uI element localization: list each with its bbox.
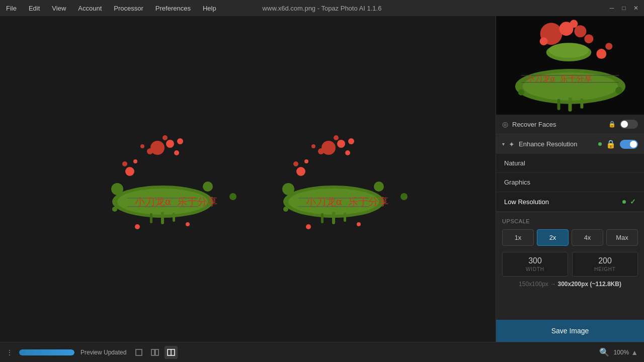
svg-point-59 — [574, 25, 586, 37]
svg-point-60 — [540, 37, 548, 45]
svg-point-32 — [400, 193, 408, 200]
maximize-button[interactable]: □ — [620, 4, 628, 12]
svg-point-31 — [374, 182, 384, 192]
svg-point-13 — [140, 144, 144, 148]
width-value: 300 — [507, 256, 564, 265]
active-dot — [598, 142, 602, 146]
svg-point-62 — [570, 20, 578, 28]
svg-point-72 — [615, 87, 622, 94]
svg-rect-68 — [569, 98, 572, 112]
menu-view[interactable]: View — [50, 3, 68, 14]
upscale-4x[interactable]: 4x — [572, 229, 603, 246]
menu-account[interactable]: Account — [76, 3, 104, 14]
zoom-out-icon[interactable]: 🔍 — [597, 346, 611, 358]
svg-rect-24 — [173, 213, 175, 222]
width-box[interactable]: 300 WIDTH — [502, 252, 568, 277]
svg-point-71 — [518, 89, 524, 96]
enhance-resolution-header[interactable]: ▾ ✦ Enhance Resolution 🔒 — [496, 134, 644, 154]
svg-point-12 — [174, 150, 179, 155]
save-image-button[interactable]: Save Image — [496, 320, 644, 342]
minimize-button[interactable]: ─ — [608, 4, 616, 12]
svg-point-11 — [147, 148, 153, 154]
mode-graphics-label: Graphics — [504, 178, 636, 186]
close-button[interactable]: ✕ — [632, 4, 640, 12]
svg-point-10 — [166, 140, 174, 148]
bottom-bar: ⋮ Preview Updated 🔍 100% ▲ — [0, 342, 644, 362]
enhance-resolution-section: ▾ ✦ Enhance Resolution 🔒 Natural Graphic… — [496, 134, 644, 212]
mode-graphics[interactable]: Graphics — [496, 173, 644, 192]
compare-view-button[interactable] — [165, 346, 178, 359]
upscale-title: UPSCALE — [502, 218, 638, 224]
svg-rect-49 — [332, 212, 335, 224]
preview-thumbnail: 小刀龙α 乐于分享 — [496, 16, 644, 115]
mode-options: Natural Graphics Low Resolution ✓ — [496, 154, 644, 212]
mode-natural[interactable]: Natural — [496, 154, 644, 173]
enhance-resolution-label: Enhance Resolution — [519, 140, 594, 148]
progress-bar — [19, 349, 74, 355]
recover-faces-label: Recover Faces — [512, 121, 604, 128]
svg-point-16 — [125, 167, 134, 176]
recover-faces-toggle[interactable] — [620, 120, 638, 129]
svg-text:小刀龙α 乐于分享: 小刀龙α 乐于分享 — [526, 74, 592, 83]
svg-point-15 — [163, 135, 168, 140]
svg-point-39 — [345, 150, 350, 155]
right-panel: 小刀龙α 乐于分享 ◎ Recover Faces 🔒 — [496, 16, 644, 342]
height-value: 200 — [577, 256, 633, 265]
svg-point-4 — [203, 182, 213, 192]
svg-point-14 — [177, 138, 183, 144]
menu-help[interactable]: Help — [201, 3, 218, 14]
height-label: HEIGHT — [577, 266, 633, 272]
svg-point-18 — [133, 159, 137, 163]
enhance-resolution-toggle[interactable] — [620, 140, 638, 149]
main-content: 小刀龙α 乐于分享 — [0, 16, 644, 342]
split-view-button[interactable] — [148, 346, 162, 359]
lock-icon: 🔒 — [608, 121, 616, 128]
options-icon[interactable]: ⋮ — [6, 348, 13, 356]
titlebar: File Edit View Account Processor Prefere… — [0, 0, 644, 16]
svg-point-43 — [296, 167, 305, 176]
upscale-2x[interactable]: 2x — [537, 229, 569, 246]
svg-point-38 — [318, 148, 324, 154]
canvas-area: 小刀龙α 乐于分享 — [0, 16, 496, 342]
resolution-info: 150x100px → 300x200px (~112.8KB) — [502, 281, 638, 288]
progress-fill — [19, 349, 74, 355]
view-controls — [132, 346, 178, 359]
upscale-max[interactable]: Max — [606, 229, 638, 246]
svg-point-53 — [357, 222, 361, 226]
menu-processor[interactable]: Processor — [112, 3, 145, 14]
svg-rect-51 — [344, 213, 346, 222]
svg-point-41 — [348, 138, 354, 144]
chevron-down-icon: ▾ — [502, 141, 505, 147]
menu-edit[interactable]: Edit — [27, 3, 42, 14]
zoom-up-arrow[interactable]: ▲ — [631, 348, 638, 356]
svg-rect-70 — [580, 99, 583, 109]
svg-rect-76 — [151, 349, 154, 355]
zoom-controls: 🔍 100% ▲ — [597, 346, 638, 358]
svg-point-25 — [135, 224, 140, 229]
svg-point-74 — [605, 43, 612, 50]
svg-rect-23 — [150, 213, 152, 223]
upscale-buttons: 1x 2x 4x Max — [502, 229, 638, 246]
image-comparison: 小刀龙α 乐于分享 — [87, 124, 409, 234]
menu-file[interactable]: File — [4, 3, 19, 14]
svg-point-30 — [282, 183, 294, 195]
original-image: 小刀龙α 乐于分享 — [87, 124, 238, 234]
svg-rect-50 — [321, 213, 324, 223]
selected-dot — [622, 200, 626, 204]
svg-point-37 — [337, 140, 345, 148]
dimension-row: 300 WIDTH 200 HEIGHT — [502, 252, 638, 277]
svg-point-52 — [306, 224, 311, 229]
mode-low-res-label: Low Resolution — [504, 198, 622, 206]
status-text: Preview Updated — [80, 349, 126, 356]
upscale-1x[interactable]: 1x — [502, 229, 534, 246]
recover-faces-row[interactable]: ◎ Recover Faces 🔒 — [496, 115, 644, 134]
svg-point-5 — [229, 193, 236, 200]
menu-preferences[interactable]: Preferences — [153, 3, 193, 14]
mode-low-resolution[interactable]: Low Resolution ✓ — [496, 192, 644, 212]
svg-point-33 — [283, 207, 288, 212]
single-view-button[interactable] — [132, 346, 145, 359]
svg-rect-75 — [136, 349, 142, 355]
height-box[interactable]: 200 HEIGHT — [572, 252, 638, 277]
resolution-highlight: 300x200px (~112.8KB) — [557, 281, 621, 288]
svg-point-40 — [311, 144, 315, 148]
